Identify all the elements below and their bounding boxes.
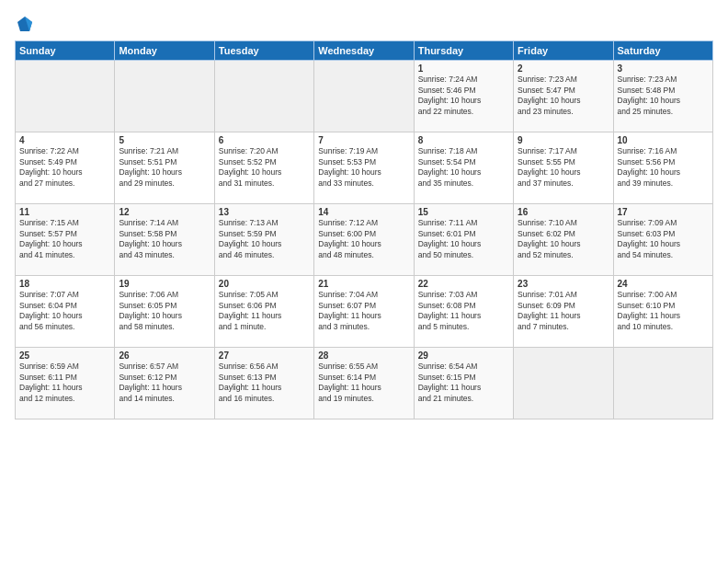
- day-number: 23: [518, 279, 609, 289]
- day-info: Sunrise: 7:18 AM Sunset: 5:54 PM Dayligh…: [418, 146, 509, 189]
- day-info: Sunrise: 7:20 AM Sunset: 5:52 PM Dayligh…: [219, 146, 310, 189]
- day-info: Sunrise: 7:14 AM Sunset: 5:58 PM Dayligh…: [119, 218, 210, 260]
- day-cell: 19Sunrise: 7:06 AM Sunset: 6:05 PM Dayli…: [115, 276, 214, 348]
- day-number: 1: [418, 63, 509, 74]
- col-header-friday: Friday: [514, 41, 613, 61]
- day-cell: [613, 348, 712, 419]
- day-cell: 13Sunrise: 7:13 AM Sunset: 5:59 PM Dayli…: [214, 204, 313, 276]
- day-number: 9: [518, 135, 609, 145]
- day-info: Sunrise: 7:12 AM Sunset: 6:00 PM Dayligh…: [318, 218, 409, 260]
- day-info: Sunrise: 7:24 AM Sunset: 5:46 PM Dayligh…: [418, 75, 509, 117]
- day-info: Sunrise: 7:16 AM Sunset: 5:56 PM Dayligh…: [618, 146, 709, 189]
- day-number: 8: [418, 135, 509, 145]
- day-number: 27: [219, 350, 310, 361]
- day-cell: 16Sunrise: 7:10 AM Sunset: 6:02 PM Dayli…: [514, 204, 613, 276]
- day-info: Sunrise: 6:56 AM Sunset: 6:13 PM Dayligh…: [219, 362, 310, 404]
- day-cell: 14Sunrise: 7:12 AM Sunset: 6:00 PM Dayli…: [314, 204, 414, 276]
- day-info: Sunrise: 7:10 AM Sunset: 6:02 PM Dayligh…: [518, 218, 609, 260]
- week-row-1: 1Sunrise: 7:24 AM Sunset: 5:46 PM Daylig…: [16, 61, 713, 132]
- day-info: Sunrise: 7:17 AM Sunset: 5:55 PM Dayligh…: [518, 146, 609, 189]
- day-number: 4: [19, 135, 110, 145]
- day-info: Sunrise: 7:13 AM Sunset: 5:59 PM Dayligh…: [219, 218, 310, 260]
- day-number: 21: [318, 279, 409, 289]
- day-number: 13: [219, 207, 310, 217]
- day-number: 11: [19, 207, 110, 217]
- day-info: Sunrise: 7:21 AM Sunset: 5:51 PM Dayligh…: [119, 146, 210, 189]
- calendar-table: SundayMondayTuesdayWednesdayThursdayFrid…: [15, 40, 713, 419]
- day-number: 24: [618, 279, 709, 289]
- header-row: SundayMondayTuesdayWednesdayThursdayFrid…: [16, 41, 713, 61]
- day-cell: 7Sunrise: 7:19 AM Sunset: 5:53 PM Daylig…: [314, 132, 414, 204]
- day-number: 28: [318, 350, 409, 361]
- day-number: 5: [119, 135, 210, 145]
- day-number: 3: [618, 63, 709, 74]
- day-cell: 24Sunrise: 7:00 AM Sunset: 6:10 PM Dayli…: [613, 276, 712, 348]
- day-number: 25: [19, 350, 110, 361]
- col-header-tuesday: Tuesday: [214, 41, 313, 61]
- day-cell: [314, 61, 414, 132]
- day-number: 17: [618, 207, 709, 217]
- page: SundayMondayTuesdayWednesdayThursdayFrid…: [0, 0, 728, 563]
- day-cell: 26Sunrise: 6:57 AM Sunset: 6:12 PM Dayli…: [115, 348, 214, 419]
- day-info: Sunrise: 7:01 AM Sunset: 6:09 PM Dayligh…: [518, 290, 609, 332]
- header: [15, 15, 713, 33]
- day-info: Sunrise: 6:57 AM Sunset: 6:12 PM Dayligh…: [119, 362, 210, 404]
- col-header-thursday: Thursday: [414, 41, 513, 61]
- day-cell: [16, 61, 115, 132]
- logo-icon: [16, 15, 34, 33]
- day-number: 29: [418, 350, 509, 361]
- col-header-monday: Monday: [115, 41, 214, 61]
- day-number: 20: [219, 279, 310, 289]
- day-number: 6: [219, 135, 310, 145]
- day-info: Sunrise: 7:07 AM Sunset: 6:04 PM Dayligh…: [19, 290, 110, 332]
- day-cell: 9Sunrise: 7:17 AM Sunset: 5:55 PM Daylig…: [514, 132, 613, 204]
- day-info: Sunrise: 7:23 AM Sunset: 5:47 PM Dayligh…: [518, 75, 609, 117]
- day-info: Sunrise: 7:04 AM Sunset: 6:07 PM Dayligh…: [318, 290, 409, 332]
- day-cell: 4Sunrise: 7:22 AM Sunset: 5:49 PM Daylig…: [16, 132, 115, 204]
- day-info: Sunrise: 6:55 AM Sunset: 6:14 PM Dayligh…: [318, 362, 409, 404]
- logo: [15, 15, 35, 33]
- day-cell: 1Sunrise: 7:24 AM Sunset: 5:46 PM Daylig…: [414, 61, 513, 132]
- day-info: Sunrise: 7:23 AM Sunset: 5:48 PM Dayligh…: [618, 75, 709, 117]
- day-info: Sunrise: 7:11 AM Sunset: 6:01 PM Dayligh…: [418, 218, 509, 260]
- day-number: 19: [119, 279, 210, 289]
- day-info: Sunrise: 6:59 AM Sunset: 6:11 PM Dayligh…: [19, 362, 110, 404]
- day-info: Sunrise: 7:22 AM Sunset: 5:49 PM Dayligh…: [19, 146, 110, 189]
- day-number: 14: [318, 207, 409, 217]
- day-cell: 11Sunrise: 7:15 AM Sunset: 5:57 PM Dayli…: [16, 204, 115, 276]
- day-info: Sunrise: 7:06 AM Sunset: 6:05 PM Dayligh…: [119, 290, 210, 332]
- day-number: 15: [418, 207, 509, 217]
- day-number: 18: [19, 279, 110, 289]
- day-cell: 29Sunrise: 6:54 AM Sunset: 6:15 PM Dayli…: [414, 348, 513, 419]
- day-cell: 23Sunrise: 7:01 AM Sunset: 6:09 PM Dayli…: [514, 276, 613, 348]
- day-info: Sunrise: 6:54 AM Sunset: 6:15 PM Dayligh…: [418, 362, 509, 404]
- week-row-4: 18Sunrise: 7:07 AM Sunset: 6:04 PM Dayli…: [16, 276, 713, 348]
- day-number: 22: [418, 279, 509, 289]
- day-number: 16: [518, 207, 609, 217]
- day-cell: 27Sunrise: 6:56 AM Sunset: 6:13 PM Dayli…: [214, 348, 313, 419]
- day-number: 10: [618, 135, 709, 145]
- col-header-wednesday: Wednesday: [314, 41, 414, 61]
- day-cell: 8Sunrise: 7:18 AM Sunset: 5:54 PM Daylig…: [414, 132, 513, 204]
- day-cell: 15Sunrise: 7:11 AM Sunset: 6:01 PM Dayli…: [414, 204, 513, 276]
- day-cell: 17Sunrise: 7:09 AM Sunset: 6:03 PM Dayli…: [613, 204, 712, 276]
- day-info: Sunrise: 7:09 AM Sunset: 6:03 PM Dayligh…: [618, 218, 709, 260]
- day-number: 26: [119, 350, 210, 361]
- day-cell: 20Sunrise: 7:05 AM Sunset: 6:06 PM Dayli…: [214, 276, 313, 348]
- day-cell: 22Sunrise: 7:03 AM Sunset: 6:08 PM Dayli…: [414, 276, 513, 348]
- day-cell: 3Sunrise: 7:23 AM Sunset: 5:48 PM Daylig…: [613, 61, 712, 132]
- day-cell: [115, 61, 214, 132]
- day-cell: [214, 61, 313, 132]
- day-cell: 6Sunrise: 7:20 AM Sunset: 5:52 PM Daylig…: [214, 132, 313, 204]
- day-info: Sunrise: 7:15 AM Sunset: 5:57 PM Dayligh…: [19, 218, 110, 260]
- day-cell: 10Sunrise: 7:16 AM Sunset: 5:56 PM Dayli…: [613, 132, 712, 204]
- week-row-2: 4Sunrise: 7:22 AM Sunset: 5:49 PM Daylig…: [16, 132, 713, 204]
- col-header-sunday: Sunday: [16, 41, 115, 61]
- col-header-saturday: Saturday: [613, 41, 712, 61]
- day-number: 2: [518, 63, 609, 74]
- day-info: Sunrise: 7:05 AM Sunset: 6:06 PM Dayligh…: [219, 290, 310, 332]
- week-row-3: 11Sunrise: 7:15 AM Sunset: 5:57 PM Dayli…: [16, 204, 713, 276]
- day-cell: 28Sunrise: 6:55 AM Sunset: 6:14 PM Dayli…: [314, 348, 414, 419]
- day-info: Sunrise: 7:03 AM Sunset: 6:08 PM Dayligh…: [418, 290, 509, 332]
- day-number: 7: [318, 135, 409, 145]
